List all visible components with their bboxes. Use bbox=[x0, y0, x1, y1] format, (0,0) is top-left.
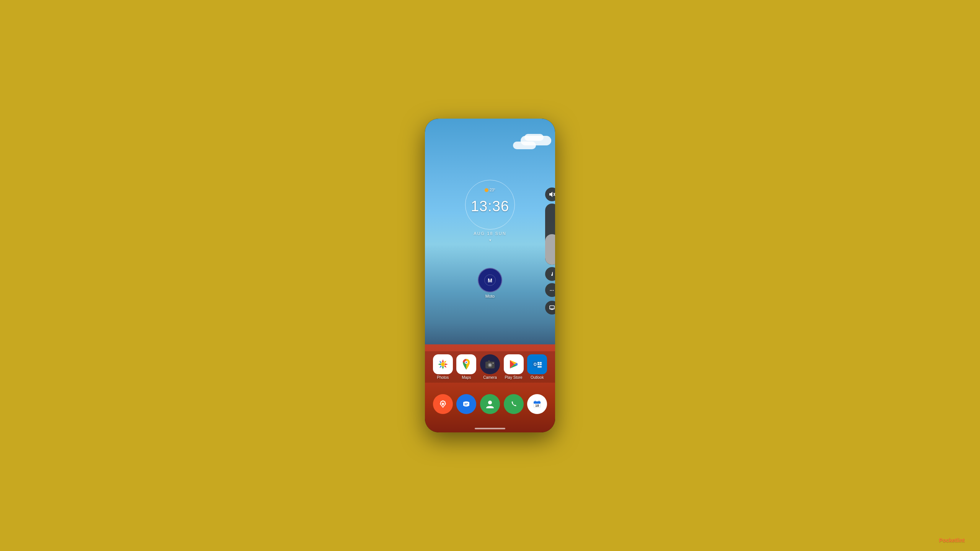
app-contacts-icon[interactable] bbox=[480, 394, 500, 414]
svg-point-24 bbox=[508, 398, 519, 410]
clock-widget: 23° 13:36 AUG 18 SUN ▾ bbox=[465, 180, 515, 242]
app-playstore-label: Play Store bbox=[505, 375, 523, 380]
app-photos-wrap[interactable]: Photos bbox=[433, 354, 453, 380]
svg-text:M: M bbox=[488, 277, 492, 284]
calendar-svg: 18 bbox=[531, 398, 543, 410]
sun-icon bbox=[485, 188, 488, 192]
app-playstore-icon[interactable] bbox=[504, 354, 524, 374]
app-photos-label: Photos bbox=[437, 375, 449, 380]
app-brave-icon[interactable] bbox=[433, 394, 453, 414]
volume-screen-button[interactable] bbox=[545, 301, 555, 315]
camera-svg bbox=[484, 358, 496, 370]
maps-svg bbox=[460, 358, 472, 370]
weather-display: 23° bbox=[485, 188, 495, 192]
volume-more-button[interactable]: ••• bbox=[545, 283, 555, 297]
app-maps-icon[interactable] bbox=[456, 354, 476, 374]
photos-svg bbox=[437, 358, 449, 370]
app-outlook-icon[interactable]: O bbox=[527, 354, 547, 374]
app-camera-wrap[interactable]: Camera bbox=[480, 354, 500, 380]
phone-frame: 23° 13:36 AUG 18 SUN ▾ M Moto bbox=[425, 119, 555, 432]
playstore-svg bbox=[508, 358, 520, 370]
svg-text:18: 18 bbox=[535, 404, 539, 408]
screen-icon bbox=[549, 305, 555, 311]
more-dots-icon: ••• bbox=[550, 289, 554, 292]
app-brave-wrap[interactable] bbox=[433, 394, 453, 414]
svg-point-23 bbox=[488, 401, 492, 404]
contacts-svg bbox=[484, 398, 496, 410]
clock-circle: 23° 13:36 bbox=[465, 180, 515, 230]
app-maps-label: Maps bbox=[462, 375, 471, 380]
clock-time: 13:36 bbox=[471, 199, 509, 214]
clock-date: AUG 18 SUN bbox=[465, 231, 515, 236]
moto-logo-svg: M bbox=[484, 274, 496, 286]
clouds bbox=[505, 134, 551, 157]
app-outlook-wrap[interactable]: O Outlook bbox=[527, 354, 547, 380]
volume-panel: ••• bbox=[545, 187, 555, 315]
moto-app-label: Moto bbox=[478, 294, 502, 298]
svg-point-3 bbox=[441, 362, 445, 366]
app-contacts-wrap[interactable] bbox=[480, 394, 500, 414]
app-maps-wrap[interactable]: Maps bbox=[456, 354, 476, 380]
moto-app-icon[interactable]: M bbox=[478, 268, 502, 292]
svg-rect-19 bbox=[537, 366, 542, 368]
chevron-down-icon: ▾ bbox=[465, 238, 515, 242]
app-phone-icon[interactable] bbox=[504, 394, 524, 414]
home-row: 18 bbox=[425, 391, 555, 417]
svg-text:O: O bbox=[534, 362, 537, 367]
app-phone-wrap[interactable] bbox=[504, 394, 524, 414]
svg-point-5 bbox=[466, 362, 467, 363]
outlook-svg: O bbox=[531, 358, 543, 370]
svg-point-12 bbox=[490, 365, 490, 365]
messages-svg bbox=[461, 398, 472, 410]
dock-row: Photos Maps bbox=[425, 351, 555, 383]
volume-mute-button[interactable] bbox=[545, 187, 555, 201]
svg-rect-33 bbox=[550, 306, 554, 309]
app-calendar-wrap[interactable]: 18 bbox=[527, 394, 547, 414]
volume-fill bbox=[545, 234, 555, 265]
home-indicator[interactable] bbox=[475, 428, 505, 429]
app-camera-label: Camera bbox=[483, 375, 497, 380]
svg-rect-10 bbox=[488, 360, 490, 362]
app-messages-icon[interactable] bbox=[456, 394, 476, 414]
phone-svg bbox=[508, 398, 519, 410]
watermark-text: ocketlint bbox=[942, 537, 965, 543]
app-photos-icon[interactable] bbox=[433, 354, 453, 374]
app-camera-icon[interactable] bbox=[480, 354, 500, 374]
volume-note-button[interactable] bbox=[545, 267, 555, 281]
brave-svg bbox=[437, 398, 449, 410]
svg-point-11 bbox=[492, 363, 493, 364]
volume-slider[interactable] bbox=[545, 204, 555, 265]
app-outlook-label: Outlook bbox=[531, 375, 544, 380]
pocketlint-watermark: Pocketlint bbox=[939, 537, 965, 543]
moto-app-container: M Moto bbox=[478, 268, 502, 298]
music-note-icon bbox=[549, 271, 555, 277]
mute-icon bbox=[549, 191, 555, 198]
app-playstore-wrap[interactable]: Play Store bbox=[504, 354, 524, 380]
app-calendar-icon[interactable]: 18 bbox=[527, 394, 547, 414]
app-messages-wrap[interactable] bbox=[456, 394, 476, 414]
